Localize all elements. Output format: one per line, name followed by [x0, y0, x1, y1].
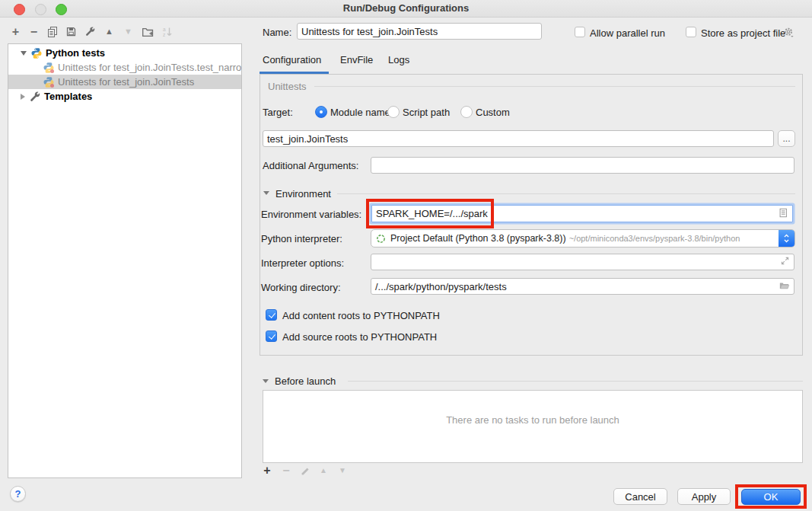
additional-arguments-input[interactable] — [371, 157, 794, 174]
help-button[interactable]: ? — [10, 486, 26, 502]
wrench-icon — [84, 26, 96, 37]
up-arrow-icon: ▲ — [105, 27, 113, 36]
add-task-button[interactable]: + — [261, 465, 273, 477]
add-source-roots-label: Add source roots to PYTHONPATH — [282, 331, 437, 343]
collapse-triangle-icon[interactable] — [21, 51, 27, 56]
working-directory-label: Working directory: — [261, 282, 341, 293]
save-icon — [65, 26, 77, 37]
before-launch-section-title: Before launch — [275, 375, 336, 387]
gear-icon — [782, 26, 794, 39]
remove-task-button[interactable]: − — [280, 465, 292, 477]
python-icon — [30, 47, 43, 59]
unittests-section-title: Unittests — [268, 81, 307, 92]
tree-item-unittests-jointests[interactable]: Unittests for test_join.JoinTests — [8, 75, 241, 89]
section-divider — [337, 193, 795, 194]
tree-item-label: Python tests — [46, 47, 105, 59]
cancel-button[interactable]: Cancel — [613, 488, 667, 505]
expand-icon — [780, 256, 790, 266]
browse-directory-button[interactable] — [779, 280, 790, 293]
environment-variables-field[interactable]: SPARK_HOME=/.../spark — [371, 205, 793, 222]
target-module-name-label: Module name — [330, 107, 390, 118]
add-configuration-button[interactable]: + — [9, 25, 22, 38]
interpreter-options-label: Interpreter options: — [261, 257, 344, 269]
allow-parallel-run-checkbox[interactable] — [575, 27, 585, 37]
empty-tasks-message: There are no tasks to run before launch — [446, 414, 619, 426]
name-label: Name: — [263, 27, 291, 38]
tree-item-unittests-test-narrow[interactable]: Unittests for test_join.JoinTests.test_n… — [8, 60, 241, 75]
name-input[interactable]: Unittests for test_join.JoinTests — [297, 23, 542, 40]
copy-configuration-button[interactable] — [46, 25, 59, 38]
tab-configuration[interactable]: Configuration — [263, 54, 321, 65]
edit-templates-button[interactable] — [84, 25, 97, 38]
conda-environment-icon — [376, 234, 386, 244]
browse-target-button[interactable]: ... — [778, 130, 795, 147]
dropdown-chevrons-icon — [782, 232, 791, 245]
move-down-button[interactable]: ▼ — [122, 25, 135, 38]
pencil-icon — [301, 466, 310, 476]
folder-icon — [779, 280, 790, 291]
add-content-roots-checkbox[interactable] — [266, 309, 277, 321]
target-script-path-radio[interactable] — [387, 106, 400, 118]
target-custom-radio[interactable] — [460, 106, 473, 118]
target-label: Target: — [263, 107, 293, 118]
target-script-path-label: Script path — [403, 107, 450, 118]
interpreter-dropdown-button[interactable] — [779, 230, 794, 247]
add-content-roots-label: Add content roots to PYTHONPATH — [282, 310, 440, 321]
section-divider — [348, 381, 803, 382]
additional-arguments-label: Additional Arguments: — [263, 160, 358, 171]
tree-item-python-tests[interactable]: Python tests — [8, 46, 241, 60]
window-title: Run/Debug Configurations — [0, 2, 812, 14]
environment-section-title: Environment — [275, 188, 331, 200]
working-directory-input[interactable]: /.../spark/python/pyspark/tests — [371, 278, 794, 295]
before-launch-collapse-triangle[interactable] — [263, 379, 269, 383]
down-arrow-icon: ▼ — [124, 27, 132, 36]
store-as-project-file-label: Store as project file — [701, 27, 785, 39]
tree-item-label: Templates — [44, 91, 92, 102]
save-configuration-button[interactable] — [65, 25, 78, 38]
add-source-roots-checkbox[interactable] — [266, 331, 277, 342]
section-divider — [314, 86, 795, 87]
sort-az-icon: az — [161, 26, 174, 38]
expand-field-button[interactable] — [780, 256, 790, 268]
tab-envfile[interactable]: EnvFile — [340, 54, 373, 65]
before-launch-tasks-list[interactable]: There are no tasks to run before launch — [263, 390, 803, 463]
environment-variables-label: Environment variables: — [261, 209, 361, 220]
python-interpreter-select[interactable]: Project Default (Python 3.8 (pyspark-3.8… — [371, 229, 795, 248]
tab-logs[interactable]: Logs — [388, 54, 409, 65]
svg-text:a: a — [163, 27, 166, 32]
wrench-icon — [29, 91, 41, 103]
store-as-project-file-checkbox[interactable] — [686, 27, 696, 37]
run-debug-configurations-dialog: Run/Debug Configurations + − ▲ ▼ az Pyth… — [0, 0, 812, 511]
apply-button[interactable]: Apply — [677, 488, 731, 505]
expand-triangle-icon[interactable] — [21, 94, 25, 100]
python-interpreter-label: Python interpreter: — [261, 233, 342, 244]
move-task-up-button[interactable]: ▲ — [317, 465, 330, 477]
title-bar: Run/Debug Configurations — [0, 0, 812, 18]
tree-item-label: Unittests for test_join.JoinTests — [58, 76, 194, 88]
tree-item-templates[interactable]: Templates — [8, 89, 241, 104]
list-document-icon — [778, 207, 788, 219]
remove-configuration-button[interactable]: − — [27, 25, 40, 38]
interpreter-options-input[interactable] — [371, 254, 794, 270]
move-task-down-button[interactable]: ▼ — [336, 465, 349, 477]
copy-icon — [46, 26, 59, 38]
target-module-name-radio[interactable] — [315, 106, 327, 118]
environment-collapse-triangle[interactable] — [263, 191, 269, 195]
tree-item-label: Unittests for test_join.JoinTests.test_n… — [58, 62, 241, 73]
ok-button[interactable]: OK — [741, 489, 801, 505]
target-custom-label: Custom — [476, 107, 510, 118]
sort-configurations-button[interactable]: az — [161, 25, 174, 38]
edit-task-button[interactable] — [299, 465, 311, 477]
allow-parallel-run-label: Allow parallel run — [590, 27, 665, 39]
edit-variables-button[interactable] — [778, 207, 788, 221]
interpreter-path: ~/opt/miniconda3/envs/pyspark-3.8/bin/py… — [569, 234, 740, 243]
svg-text:z: z — [163, 32, 165, 37]
configurations-tree: Python tests Unittests for test_join.Joi… — [8, 43, 242, 478]
new-folder-button[interactable] — [141, 25, 154, 38]
new-folder-icon — [142, 26, 154, 38]
move-up-button[interactable]: ▲ — [103, 25, 116, 38]
store-options-gear-button[interactable] — [782, 26, 794, 38]
python-test-icon — [43, 62, 55, 74]
target-input[interactable]: test_join.JoinTests — [263, 130, 774, 147]
python-test-icon — [43, 76, 55, 88]
